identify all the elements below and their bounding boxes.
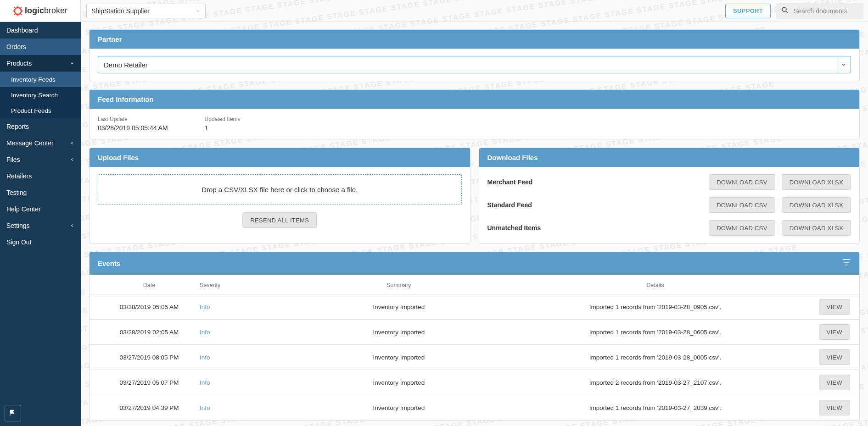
svg-rect-3 xyxy=(13,11,15,11)
sidebar-item-label: Sign Out xyxy=(6,238,31,246)
sidebar-item-label: Dashboard xyxy=(6,27,38,34)
svg-line-10 xyxy=(786,11,788,13)
sidebar-item-testing[interactable]: Testing xyxy=(0,184,81,201)
filter-icon[interactable] xyxy=(842,258,851,269)
event-details: Imported 1 records from '2019-03-27_2039… xyxy=(515,404,795,411)
col-severity: Severity xyxy=(200,282,282,288)
event-row: 03/28/2019 05:05 AMInfoInventory Importe… xyxy=(90,294,859,320)
download-row-label: Standard Feed xyxy=(487,201,703,209)
search-input[interactable] xyxy=(793,7,868,15)
svg-point-9 xyxy=(782,7,786,11)
event-severity: Info xyxy=(200,304,282,310)
sidebar-item-sign-out[interactable]: Sign Out xyxy=(0,234,81,250)
support-button[interactable]: SUPPORT xyxy=(725,4,771,18)
search-box[interactable] xyxy=(776,3,863,19)
event-severity: Info xyxy=(200,404,282,411)
search-icon xyxy=(781,6,789,16)
chevron-down-icon xyxy=(195,8,201,14)
upload-panel-header: Upload Files xyxy=(90,148,470,167)
partner-select[interactable]: Demo Retailer xyxy=(98,56,851,73)
events-panel: Events Date Severity Summary Details 03/… xyxy=(89,252,860,420)
svg-point-0 xyxy=(15,7,22,14)
sidebar: DashboardOrdersProductsInventory FeedsIn… xyxy=(0,22,81,426)
sidebar-item-retailers[interactable]: Retailers xyxy=(0,168,81,184)
download-csv-button[interactable]: DOWNLOAD CSV xyxy=(709,174,775,190)
view-button[interactable]: VIEW xyxy=(819,299,850,315)
view-button[interactable]: VIEW xyxy=(819,400,850,415)
upload-panel: Upload Files Drop a CSV/XLSX file here o… xyxy=(89,148,470,243)
brand-text: logicbroker xyxy=(25,6,67,16)
sidebar-item-label: Message Center xyxy=(6,139,54,147)
event-row: 03/27/2019 05:07 PMInfoInventory Importe… xyxy=(90,370,859,395)
feed-updated-items: Updated Items 1 xyxy=(205,116,241,132)
last-update-value: 03/28/2019 05:05:44 AM xyxy=(98,124,168,132)
event-date: 03/27/2019 04:39 PM xyxy=(99,404,200,411)
view-button[interactable]: VIEW xyxy=(819,324,850,340)
upload-title: Upload Files xyxy=(98,154,139,161)
feed-info-title: Feed Information xyxy=(98,95,154,103)
updated-items-label: Updated Items xyxy=(205,116,241,122)
event-date: 03/28/2019 05:05 AM xyxy=(99,304,200,310)
feed-last-update: Last Update 03/28/2019 05:05:44 AM xyxy=(98,116,168,132)
sidebar-item-products[interactable]: Products xyxy=(0,55,81,72)
download-panel: Download Files Merchant FeedDOWNLOAD CSV… xyxy=(479,148,860,243)
sidebar-item-label: Files xyxy=(6,156,20,163)
col-details: Details xyxy=(515,282,795,288)
chevron-left-icon xyxy=(70,223,74,228)
partner-select-value: Demo Retailer xyxy=(104,61,148,69)
event-row: 03/27/2019 08:05 PMInfoInventory Importe… xyxy=(90,345,859,370)
event-details: Imported 1 records from '2019-03-28_0905… xyxy=(515,304,795,310)
resend-all-button[interactable]: RESEND ALL ITEMS xyxy=(242,212,317,228)
sidebar-item-orders[interactable]: Orders xyxy=(0,39,81,55)
download-csv-button[interactable]: DOWNLOAD CSV xyxy=(709,197,775,213)
chevron-down-icon xyxy=(70,61,74,66)
col-date: Date xyxy=(99,282,200,288)
event-details: Imported 2 records from '2019-03-27_2107… xyxy=(515,379,795,386)
event-severity: Info xyxy=(200,379,282,386)
sidebar-item-label: Help Center xyxy=(6,205,41,213)
brand-logo[interactable]: logicbroker xyxy=(0,0,81,22)
sidebar-item-settings[interactable]: Settings xyxy=(0,217,81,234)
gear-icon xyxy=(13,6,23,16)
sidebar-item-files[interactable]: Files xyxy=(0,151,81,168)
view-button[interactable]: VIEW xyxy=(819,349,850,365)
main-content: Partner Demo Retailer Feed Information L… xyxy=(81,22,868,426)
sidebar-item-help-center[interactable]: Help Center xyxy=(0,201,81,217)
partner-panel-header: Partner xyxy=(90,30,859,49)
event-details: Imported 1 records from '2019-03-28_0605… xyxy=(515,329,795,336)
event-date: 03/27/2019 05:07 PM xyxy=(99,379,200,386)
svg-rect-1 xyxy=(17,6,18,8)
feed-info-header: Feed Information xyxy=(90,90,859,109)
event-details: Imported 1 records from '2019-03-28_0005… xyxy=(515,354,795,361)
event-summary: Inventory Imported xyxy=(282,304,515,310)
sidebar-item-reports[interactable]: Reports xyxy=(0,118,81,135)
sidebar-subitem-product-feeds[interactable]: Product Feeds xyxy=(0,103,81,118)
download-panel-header: Download Files xyxy=(479,148,860,167)
flag-icon xyxy=(9,409,17,417)
view-button[interactable]: VIEW xyxy=(819,375,850,390)
event-severity: Info xyxy=(200,354,282,361)
sidebar-item-label: Orders xyxy=(6,43,26,50)
svg-rect-4 xyxy=(21,11,23,11)
dropzone-text: Drop a CSV/XLSX file here or click to ch… xyxy=(202,186,358,194)
svg-rect-2 xyxy=(17,14,18,16)
last-update-label: Last Update xyxy=(98,116,168,122)
sidebar-subitem-inventory-search[interactable]: Inventory Search xyxy=(0,87,81,103)
updated-items-value: 1 xyxy=(205,124,241,132)
partner-panel: Partner Demo Retailer xyxy=(89,29,860,81)
download-xlsx-button[interactable]: DOWNLOAD XLSX xyxy=(782,197,851,213)
download-csv-button[interactable]: DOWNLOAD CSV xyxy=(709,220,775,236)
download-row-label: Unmatched Items xyxy=(487,224,703,232)
sidebar-item-message-center[interactable]: Message Center xyxy=(0,135,81,151)
file-dropzone[interactable]: Drop a CSV/XLSX file here or click to ch… xyxy=(98,174,462,205)
footer-badge[interactable] xyxy=(5,405,21,421)
company-select[interactable]: ShipStation Supplier xyxy=(86,4,206,18)
event-row: 03/28/2019 02:05 AMInfoInventory Importe… xyxy=(90,320,859,345)
event-row: 03/27/2019 04:39 PMInfoInventory Importe… xyxy=(90,395,859,420)
download-xlsx-button[interactable]: DOWNLOAD XLSX xyxy=(782,220,851,236)
events-panel-header: Events xyxy=(90,252,859,275)
sidebar-footer xyxy=(0,400,81,426)
download-xlsx-button[interactable]: DOWNLOAD XLSX xyxy=(782,174,851,190)
sidebar-item-dashboard[interactable]: Dashboard xyxy=(0,22,81,39)
sidebar-subitem-inventory-feeds[interactable]: Inventory Feeds xyxy=(0,72,81,87)
